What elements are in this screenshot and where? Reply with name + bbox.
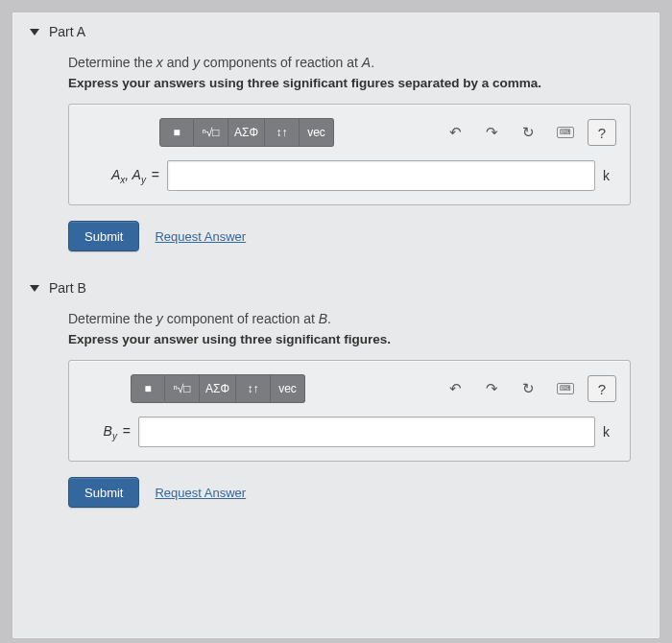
part-b-body: Determine the y component of reaction at… — [12, 301, 660, 525]
part-b-actions: Submit Request Answer — [68, 477, 631, 508]
submit-button-a[interactable]: Submit — [68, 221, 139, 251]
part-a-instruction: Express your answers using three signifi… — [68, 76, 631, 90]
part-a-body: Determine the x and y components of reac… — [12, 45, 660, 269]
part-a-input-row: Ax, Ay = k — [83, 160, 616, 191]
part-b-instruction: Express your answer using three signific… — [68, 332, 631, 346]
caret-down-icon — [30, 29, 39, 36]
templates-button[interactable]: ■ — [159, 118, 194, 147]
undo-button[interactable]: ↶ — [442, 118, 470, 147]
part-b: Part B Determine the y component of reac… — [12, 269, 660, 525]
help-button[interactable]: ? — [588, 375, 616, 402]
keyboard-icon[interactable]: ⌨ — [551, 118, 580, 147]
part-b-answer-input[interactable] — [138, 417, 595, 447]
part-a-title: Part A — [49, 24, 85, 39]
reset-button[interactable]: ↻ — [515, 118, 543, 147]
problem-panel: Part A Determine the x and y components … — [12, 12, 660, 639]
reset-button[interactable]: ↻ — [515, 374, 543, 403]
part-a-prompt: Determine the x and y components of reac… — [68, 55, 631, 70]
equation-toolbar-b: ■ ⁿ√□ ΑΣΦ ↕↑ vec ↶ ↷ ↻ ⌨ ? — [131, 374, 616, 403]
part-b-answer-box: ■ ⁿ√□ ΑΣΦ ↕↑ vec ↶ ↷ ↻ ⌨ ? — [68, 360, 631, 462]
part-b-input-row: By = k — [83, 417, 616, 447]
redo-button[interactable]: ↷ — [478, 374, 507, 403]
root-button[interactable]: ⁿ√□ — [165, 374, 200, 403]
request-answer-link-a[interactable]: Request Answer — [155, 229, 246, 244]
part-a-actions: Submit Request Answer — [68, 221, 631, 251]
part-a-var-label: Ax, Ay = — [83, 167, 159, 185]
part-a-header[interactable]: Part A — [12, 12, 660, 45]
templates-button[interactable]: ■ — [131, 374, 165, 403]
keyboard-icon[interactable]: ⌨ — [551, 374, 580, 403]
undo-button[interactable]: ↶ — [442, 374, 470, 403]
greek-button[interactable]: ΑΣΦ — [228, 118, 265, 147]
redo-button[interactable]: ↷ — [478, 118, 507, 147]
part-b-header[interactable]: Part B — [12, 269, 660, 301]
caret-down-icon — [30, 285, 39, 292]
equation-toolbar-a: ■ ⁿ√□ ΑΣΦ ↕↑ vec ↶ ↷ ↻ ⌨ ? — [159, 118, 616, 147]
root-button[interactable]: ⁿ√□ — [194, 118, 228, 147]
part-a-answer-input[interactable] — [167, 160, 595, 191]
scripts-button[interactable]: ↕↑ — [236, 374, 271, 403]
request-answer-link-b[interactable]: Request Answer — [155, 486, 246, 500]
part-a: Part A Determine the x and y components … — [12, 12, 660, 269]
help-button[interactable]: ? — [588, 119, 616, 146]
part-a-answer-box: ■ ⁿ√□ ΑΣΦ ↕↑ vec ↶ ↷ ↻ ⌨ ? — [68, 104, 631, 205]
submit-button-b[interactable]: Submit — [68, 477, 139, 508]
part-b-var-label: By = — [83, 423, 131, 441]
part-b-prompt: Determine the y component of reaction at… — [68, 311, 631, 326]
part-b-unit: k — [603, 424, 616, 440]
part-b-title: Part B — [49, 280, 86, 296]
vec-button[interactable]: vec — [300, 118, 334, 147]
scripts-button[interactable]: ↕↑ — [265, 118, 300, 147]
part-a-unit: k — [603, 168, 616, 183]
greek-button[interactable]: ΑΣΦ — [200, 374, 236, 403]
vec-button[interactable]: vec — [271, 374, 305, 403]
